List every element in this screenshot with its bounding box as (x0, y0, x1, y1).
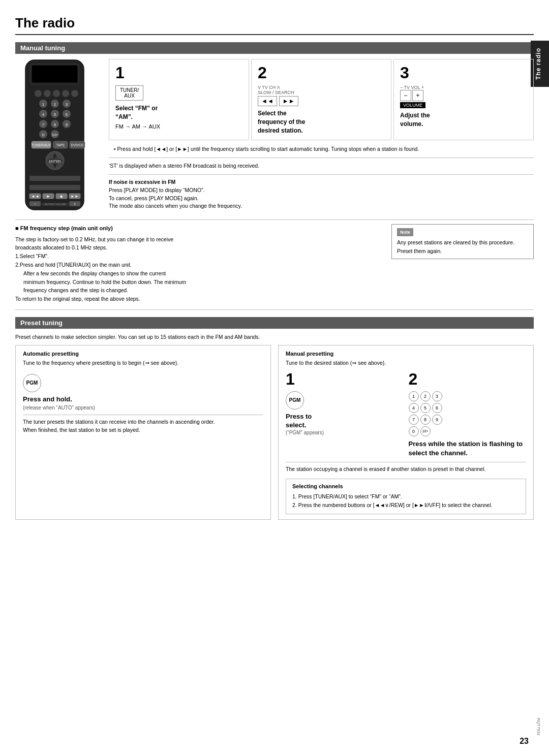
remote-image-col: 1 2 3 4 5 6 7 8 9 0 (15, 59, 102, 212)
auto-note-line-0: The tuner presets the stations it can re… (23, 418, 263, 426)
svg-rect-43 (29, 176, 80, 181)
preset-intro: Preset channels to make selection simple… (15, 334, 534, 340)
selecting-channels-item-2: 2. Press the numbered buttons or [◄◄∨/RE… (292, 501, 520, 510)
press-while-label: Press while the station is flashing to s… (409, 439, 527, 458)
auto-pgm-icon: PGM (23, 374, 41, 392)
note-box: Note Any preset stations are cleared by … (391, 224, 534, 259)
press-hold-sub: (release when “AUTO” appears) (23, 405, 95, 411)
step-3-col: 3 − TV VOL + − + VOLUME Adjust the (393, 59, 534, 140)
svg-text:7: 7 (42, 122, 45, 127)
divider-1 (109, 158, 534, 158)
fm-freq-line-4: After a few seconds the display changes … (23, 269, 381, 278)
svg-text:ENTER: ENTER (49, 160, 61, 163)
skip-forward-button[interactable]: ►► (279, 96, 298, 106)
volume-label: VOLUME (400, 102, 425, 108)
page-number: 23 (520, 737, 529, 746)
tv-vol-label: − TV VOL + (400, 85, 425, 90)
preset-tuning-header: Preset tuning (15, 317, 534, 329)
svg-text:◄◄: ◄◄ (31, 194, 39, 199)
auto-pgm-col: PGM Press and hold. (release when “AUTO”… (23, 371, 95, 411)
num-5: 5 (420, 403, 431, 413)
steps-row: 1 TUNER/AUX Select “FM” or “AM”. FM → AM… (109, 59, 534, 140)
tuner-aux-button[interactable]: TUNER/AUX (115, 85, 143, 101)
preset-section: Preset tuning Preset channels to make se… (15, 317, 534, 520)
fm-freq-left: ■ FM frequency step (main unit only) The… (15, 224, 381, 303)
manual-step-2: 2 1 2 3 4 5 6 7 8 9 0 10+ (409, 371, 527, 458)
svg-text:TAPE: TAPE (56, 143, 65, 147)
doc-code: RQT7932 (536, 718, 541, 736)
note-bullet-text: • Press and hold [◄◄] or [►►] until the … (114, 145, 534, 153)
svg-text:DVD/CD: DVD/CD (71, 143, 84, 147)
selecting-channels-list: 1. Press [TUNER/AUX] to select “FM” or “… (292, 492, 520, 510)
step-3-icon: − TV VOL + − + VOLUME (400, 85, 527, 108)
svg-text:−: − (34, 202, 37, 206)
if-noise-line-1: Press [PLAY MODE] to display “MONO”. (109, 186, 534, 195)
fm-freq-line-3: 2.Press and hold [TUNER/AUX] on the main… (15, 261, 381, 269)
if-noise-line-3: The mode also cancels when you change th… (109, 202, 534, 210)
step-1-desc: Select “FM” or “AM”. (115, 104, 242, 121)
manual-step-1-number: 1 (286, 371, 404, 387)
svg-text:0: 0 (42, 133, 45, 137)
manual-tuning-header: Manual tuning (15, 42, 534, 54)
fm-arrow: FM → AM → AUX (115, 123, 242, 130)
svg-text:1: 1 (42, 102, 45, 107)
svg-text:5: 5 (54, 112, 56, 117)
side-tab-label: The radio (535, 48, 542, 80)
pgm-appears: (“PGM” appears) (286, 430, 404, 435)
num-7: 7 (409, 415, 419, 425)
auto-presetting-subtitle: Tune to the frequency where presetting i… (23, 360, 263, 366)
svg-text:►: ► (46, 194, 50, 199)
num-3: 3 (432, 391, 442, 401)
svg-text:■: ■ (60, 194, 63, 199)
st-note: ‘ST’ is displayed when a stereo FM broad… (109, 162, 534, 170)
svg-text:6: 6 (66, 112, 68, 117)
selecting-channels-title: Selecting channels (292, 483, 520, 489)
svg-text:►►: ►► (71, 194, 79, 199)
step-2-desc: Select the frequency of the desired stat… (258, 109, 385, 135)
auto-note-line-1: When finished, the last station to be se… (23, 426, 263, 434)
skip-back-button[interactable]: ◄◄ (258, 96, 277, 106)
fm-freq-right: Note Any preset stations are cleared by … (391, 224, 534, 303)
bullet-note: • Press and hold [◄◄] or [►►] until the … (109, 145, 534, 153)
manual-tuning-content: 1 TUNER/AUX Select “FM” or “AM”. FM → AM… (109, 59, 534, 212)
svg-point-7 (71, 90, 78, 97)
fm-freq-line-2: 1.Select “FM”. (15, 252, 381, 261)
num-9: 9 (432, 415, 442, 425)
num-0: 0 (409, 426, 419, 436)
svg-rect-2 (32, 65, 78, 83)
svg-rect-44 (29, 185, 80, 190)
svg-text:4: 4 (42, 112, 45, 117)
num-grid: 1 2 3 4 5 6 7 8 9 0 10+ (409, 391, 527, 436)
automatic-presetting-col: Automatic presetting Tune to the frequen… (15, 345, 271, 520)
step-2-icon: V TV CH Λ SLOW / SEARCH ◄◄ ►► (258, 85, 385, 106)
svg-text:2: 2 (54, 102, 56, 107)
manual-tuning-section: 1 2 3 4 5 6 7 8 9 0 (15, 59, 534, 212)
volume-plus-btn[interactable]: + (412, 90, 423, 101)
num-10plus: 10+ (420, 426, 431, 436)
fm-freq-line-7: To return to the original step, repeat t… (15, 295, 381, 303)
press-to-select: Press toselect. (286, 413, 404, 430)
manual-presetting-col: Manual presetting Tune to the desired st… (278, 345, 534, 520)
if-noise-line-2: To cancel, press [PLAY MODE] again. (109, 195, 534, 203)
note-box-text: Any preset stations are cleared by this … (397, 238, 528, 256)
fm-freq-line-6: frequency changes and the step is change… (23, 286, 381, 295)
press-hold-label: Press and hold. (23, 395, 95, 403)
step-1-number: 1 (115, 65, 242, 81)
svg-text:10+: 10+ (52, 133, 58, 137)
svg-text:MUTING VOLUME: MUTING VOLUME (45, 203, 67, 206)
page-title: The radio (15, 15, 534, 35)
fm-freq-line-1: broadcasts allocated to 0.1 MHz steps. (15, 243, 381, 252)
selecting-channels-item-1: 1. Press [TUNER/AUX] to select “FM” or “… (292, 492, 520, 501)
manual-presetting-subtitle: Tune to the desired station (⇒ see above… (286, 360, 526, 366)
fm-freq-line-5: minimum frequency. Continue to hold the … (23, 278, 381, 287)
selecting-channels-box: Selecting channels 1. Press [TUNER/AUX] … (286, 479, 526, 514)
volume-minus-btn[interactable]: − (400, 90, 411, 101)
slow-search-label: V TV CH Λ (258, 85, 298, 90)
step-3-desc: Adjust the volume. (400, 111, 527, 129)
num-6: 6 (432, 403, 442, 413)
svg-text:TUNER/AUX: TUNER/AUX (32, 143, 51, 147)
preset-columns: Automatic presetting Tune to the frequen… (15, 345, 534, 520)
auto-presetting-title: Automatic presetting (23, 351, 263, 357)
step-2-number: 2 (258, 65, 385, 81)
note-box-label: Note (397, 228, 413, 236)
